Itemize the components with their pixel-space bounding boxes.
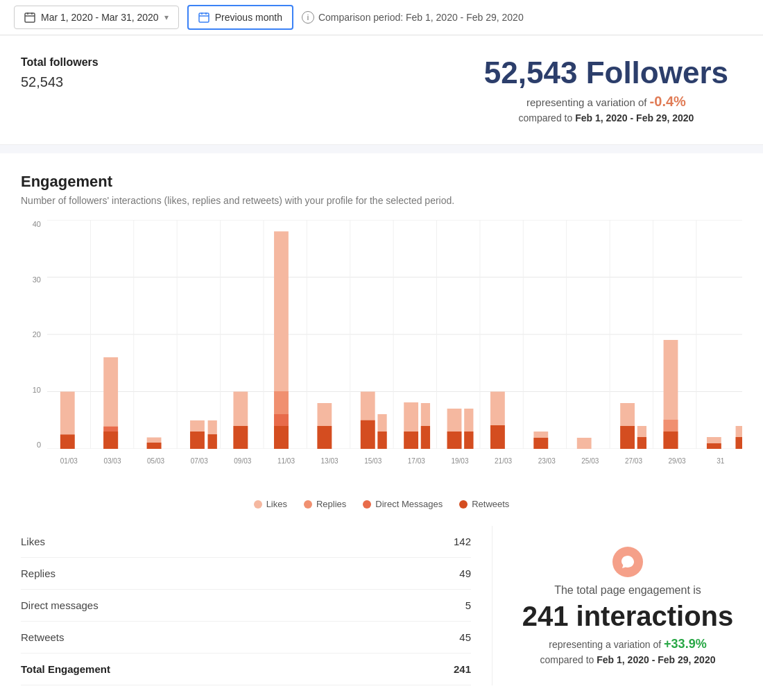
bar-19-retweets: [490, 425, 505, 449]
legend-dot-likes: [254, 500, 262, 509]
bar-27-retweets: [664, 432, 678, 449]
calendar-icon: [24, 12, 35, 23]
stats-table: Likes 142 Replies 49 Direct messages 5 R…: [21, 526, 492, 685]
x-label-07: 07/03: [178, 457, 221, 465]
stat-value-likes: 142: [454, 536, 471, 547]
bar-13-retweets: [361, 420, 375, 449]
previous-month-button[interactable]: Previous month: [187, 5, 293, 30]
x-label-09: 09/03: [221, 457, 265, 465]
chart-legend: Likes Replies Direct Messages Retweets: [21, 499, 742, 509]
stat-row-total: Total Engagement 241: [21, 654, 471, 685]
eng-compared-line: compared to Feb 1, 2020 - Feb 29, 2020: [540, 654, 716, 665]
legend-label-likes: Likes: [266, 499, 287, 509]
header-bar: Mar 1, 2020 - Mar 31, 2020 ▾ Previous mo…: [0, 0, 763, 35]
stat-value-dm: 5: [465, 599, 471, 611]
chat-icon-wrapper: [612, 547, 643, 577]
engagement-title: Engagement: [21, 173, 742, 191]
comparison-info: i Comparison period: Feb 1, 2020 - Feb 2…: [302, 11, 524, 24]
followers-label: Total followers: [21, 56, 98, 69]
info-icon: i: [302, 11, 314, 24]
legend-dot-replies: [304, 500, 312, 509]
x-label-11: 11/03: [264, 457, 308, 465]
stat-row-replies: Replies 49: [21, 558, 471, 590]
legend-retweets: Retweets: [459, 499, 509, 509]
engagement-section: Engagement Number of followers' interact…: [0, 153, 763, 700]
svg-rect-4: [199, 13, 209, 22]
previous-month-label: Previous month: [215, 12, 282, 23]
bar-05-retweets: [147, 443, 162, 449]
x-label-15: 15/03: [351, 457, 395, 465]
bar-01-retweets: [60, 435, 75, 450]
legend-dot-retweets: [459, 500, 468, 509]
eng-compared-period: Feb 1, 2020 - Feb 29, 2020: [597, 654, 715, 665]
stat-label-dm: Direct messages: [21, 599, 98, 611]
bar-09-retweets: [233, 426, 248, 449]
x-label-25: 25/03: [569, 457, 612, 465]
followers-count: 52,543: [21, 74, 98, 90]
eng-variation-prefix: representing a variation of: [549, 639, 661, 650]
compared-period: Feb 1, 2020 - Feb 29, 2020: [575, 112, 694, 123]
bar-15b-retweets: [421, 426, 430, 449]
chart-svg: [47, 220, 742, 449]
bar-23-likes: [577, 438, 592, 449]
calendar-icon-prev: [198, 12, 209, 23]
bar-11-retweets: [317, 426, 332, 449]
followers-left: Total followers 52,543: [21, 56, 98, 90]
engagement-intro-text: The total page engagement is: [554, 584, 701, 597]
followers-right: 52,543 Followers representing a variatio…: [484, 56, 742, 123]
engagement-subtitle: Number of followers' interactions (likes…: [21, 195, 742, 206]
y-axis-labels: 40 30 20 10 0: [21, 220, 45, 449]
stat-row-retweets: Retweets 45: [21, 622, 471, 654]
comparison-label: Comparison period: Feb 1, 2020 - Feb 29,…: [318, 12, 524, 23]
stat-label-replies: Replies: [21, 567, 55, 579]
engagement-summary-panel: The total page engagement is 241 interac…: [492, 526, 742, 685]
variation-line: representing a variation of -0.4%: [484, 94, 728, 110]
x-label-13: 13/03: [308, 457, 352, 465]
bar-25b-retweets: [637, 437, 646, 449]
bar-17-retweets: [447, 432, 462, 449]
followers-big-text: 52,543 Followers: [484, 56, 728, 89]
compared-prefix: compared to: [518, 112, 572, 123]
legend-dot-dm: [363, 500, 371, 509]
stat-label-total: Total Engagement: [21, 663, 110, 675]
stat-row-likes: Likes 142: [21, 526, 471, 558]
eng-compared-prefix: compared to: [540, 654, 594, 665]
x-label-31: 31: [698, 457, 742, 465]
eng-variation-line: representing a variation of +33.9%: [549, 637, 706, 651]
legend-label-retweets: Retweets: [472, 499, 509, 509]
y-label-40: 40: [33, 220, 41, 228]
x-label-23: 23/03: [525, 457, 569, 465]
legend-label-dm: Direct Messages: [375, 499, 443, 509]
stat-value-retweets: 45: [459, 631, 471, 643]
y-label-0: 0: [37, 441, 41, 449]
y-label-30: 30: [33, 275, 41, 284]
x-label-19: 19/03: [438, 457, 482, 465]
bar-21-retweets: [533, 438, 548, 449]
bar-03-retweets: [103, 432, 118, 449]
stats-area: Likes 142 Replies 49 Direct messages 5 R…: [21, 526, 742, 685]
y-label-20: 20: [33, 330, 41, 339]
bar-17b-retweets: [464, 432, 473, 449]
date-range-label: Mar 1, 2020 - Mar 31, 2020: [41, 12, 159, 23]
variation-prefix: representing a variation of: [526, 96, 646, 108]
x-label-27: 27/03: [612, 457, 655, 465]
bar-15-retweets: [404, 432, 418, 449]
followers-section: Total followers 52,543 52,543 Followers …: [0, 35, 763, 145]
x-label-17: 17/03: [395, 457, 438, 465]
stat-value-replies: 49: [459, 567, 471, 579]
x-axis-labels: 01/03 03/03 05/03 07/03 09/03 11/03 13/0…: [47, 453, 742, 468]
chart-inner: 01/03 03/03 05/03 07/03 09/03 11/03 13/0…: [47, 220, 742, 449]
bar-13b-retweets: [377, 432, 386, 449]
eng-variation-value: +33.9%: [664, 637, 707, 651]
chevron-down-icon: ▾: [164, 12, 169, 22]
legend-replies: Replies: [304, 499, 346, 509]
variation-value: -0.4%: [650, 94, 686, 109]
chat-icon: [620, 554, 635, 570]
legend-likes: Likes: [254, 499, 287, 509]
x-label-05: 05/03: [134, 457, 178, 465]
x-label-03: 03/03: [91, 457, 135, 465]
date-range-button[interactable]: Mar 1, 2020 - Mar 31, 2020 ▾: [14, 6, 179, 29]
x-label-21: 21/03: [481, 457, 525, 465]
stat-row-dm: Direct messages 5: [21, 590, 471, 622]
stat-value-total: 241: [454, 663, 471, 675]
